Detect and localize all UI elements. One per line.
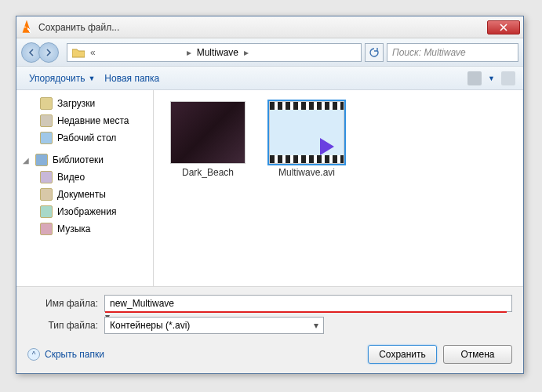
chevron-right-icon: ▸ — [242, 47, 251, 58]
filename-label: Имя файла: — [27, 298, 104, 309]
expand-icon: ◢ — [23, 156, 31, 165]
toolbar: Упорядочить ▼ Новая папка ▼ — [16, 67, 523, 90]
toolbar-right: ▼ — [467, 71, 515, 85]
main-area: Загрузки Недавние места Рабочий стол ◢Би… — [16, 90, 523, 286]
window-title: Сохранить файл... — [38, 22, 487, 33]
tree-item-images[interactable]: Изображения — [37, 203, 150, 220]
organize-button[interactable]: Упорядочить ▼ — [24, 70, 100, 87]
close-button[interactable] — [487, 20, 520, 34]
chevron-down-icon: ▼ — [488, 74, 495, 82]
desktop-icon — [40, 132, 53, 144]
filetype-row: Тип файла: Контейнеры (*.avi) — [27, 317, 512, 334]
recent-icon — [40, 114, 53, 127]
breadcrumb-segment[interactable] — [98, 44, 184, 61]
tree-item-video[interactable]: Видео — [37, 169, 150, 186]
folder-thumbnail — [170, 101, 246, 164]
new-folder-label: Новая папка — [104, 73, 159, 84]
save-file-dialog: Сохранить файл... « ▸ Multiwave ▸ — [16, 16, 524, 374]
filetype-value: Контейнеры (*.avi) — [110, 320, 190, 331]
hide-folders-button[interactable]: ^ Скрыть папки — [27, 348, 104, 361]
images-lib-icon — [40, 205, 53, 218]
chevron-down-icon: ▼ — [88, 74, 95, 82]
play-icon — [317, 136, 337, 157]
video-lib-icon — [40, 171, 53, 183]
tree-item-recent[interactable]: Недавние места — [37, 112, 150, 129]
video-thumbnail — [269, 101, 344, 164]
folder-icon — [40, 97, 53, 110]
hide-folders-label: Скрыть папки — [45, 349, 104, 360]
tree-item-documents[interactable]: Документы — [37, 186, 150, 203]
music-lib-icon — [40, 223, 53, 235]
chevron-right-icon: « — [88, 47, 98, 58]
button-group: Сохранить Отмена — [368, 345, 512, 364]
filmstrip-icon — [270, 102, 344, 110]
footer: Имя файла: new_Multiwave Тип файла: Конт… — [16, 286, 523, 373]
filename-input[interactable]: new_Multiwave — [104, 295, 512, 312]
filename-row: Имя файла: new_Multiwave — [27, 295, 512, 312]
chevron-right-icon: ▸ — [184, 47, 194, 58]
file-label: Multiwave.avi — [264, 167, 350, 178]
file-list[interactable]: Dark_Beach Multiwave.avi — [154, 90, 523, 286]
filename-value: new_Multiwave — [110, 298, 174, 309]
cancel-button[interactable]: Отмена — [443, 345, 512, 364]
breadcrumb-root[interactable] — [69, 44, 88, 61]
arrow-right-icon — [45, 49, 53, 56]
save-button[interactable]: Сохранить — [368, 345, 437, 364]
tree-item-libraries[interactable]: ◢Библиотеки — [20, 151, 150, 169]
filetype-select[interactable]: Контейнеры (*.avi) — [104, 317, 324, 334]
file-item-video[interactable]: Multiwave.avi — [264, 101, 350, 178]
folder-tree[interactable]: Загрузки Недавние места Рабочий стол ◢Би… — [16, 90, 154, 286]
breadcrumb-segment-current[interactable]: Multiwave — [194, 44, 242, 61]
titlebar: Сохранить файл... — [16, 16, 523, 38]
search-input[interactable]: Поиск: Multiwave — [387, 43, 518, 62]
filetype-label: Тип файла: — [27, 320, 104, 331]
search-placeholder: Поиск: Multiwave — [392, 47, 466, 58]
bottom-row: ^ Скрыть папки Сохранить Отмена — [27, 345, 512, 364]
file-label: Dark_Beach — [165, 167, 251, 178]
tree-item-downloads[interactable]: Загрузки — [37, 95, 150, 112]
tree-item-desktop[interactable]: Рабочий стол — [37, 129, 150, 147]
vlc-icon — [20, 20, 34, 34]
view-options-button[interactable] — [467, 71, 482, 85]
address-bar[interactable]: « ▸ Multiwave ▸ — [67, 43, 362, 62]
refresh-button[interactable] — [365, 43, 384, 62]
refresh-icon — [369, 47, 380, 58]
nav-arrows — [21, 42, 62, 63]
file-item-folder[interactable]: Dark_Beach — [165, 101, 251, 178]
collapse-icon: ^ — [27, 348, 40, 361]
close-icon — [500, 24, 507, 31]
documents-lib-icon — [40, 188, 53, 201]
new-folder-button[interactable]: Новая папка — [100, 70, 164, 87]
libraries-icon — [35, 154, 48, 166]
arrow-left-icon — [27, 49, 35, 56]
help-button[interactable] — [501, 71, 515, 85]
tree-item-music[interactable]: Музыка — [37, 220, 150, 238]
organize-label: Упорядочить — [29, 73, 85, 84]
nav-bar: « ▸ Multiwave ▸ Поиск: Multiwave — [16, 38, 523, 67]
forward-button[interactable] — [38, 42, 59, 63]
folder-icon — [72, 47, 85, 58]
